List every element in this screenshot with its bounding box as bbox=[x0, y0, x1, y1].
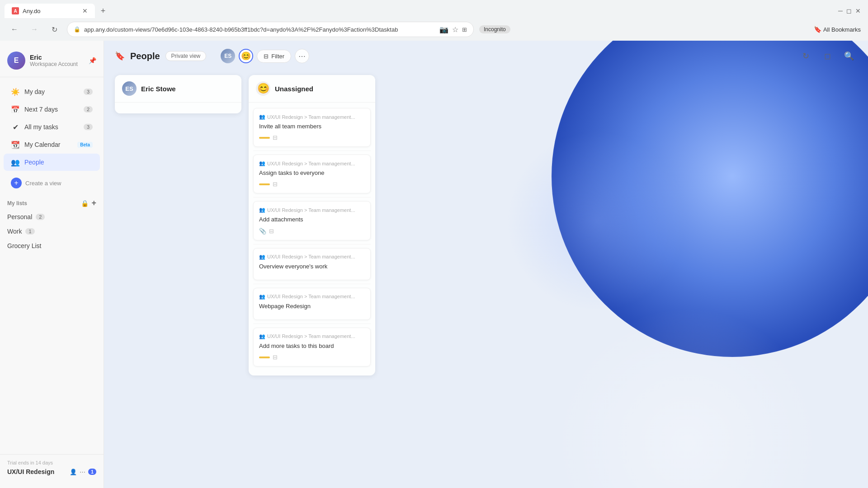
task-title: Add more tasks to this board bbox=[259, 342, 365, 350]
bookmarks-icon: 🔖 bbox=[814, 26, 821, 33]
app-layout: E Eric Workspace Account 📌 ☀️ My day 3 📅… bbox=[0, 41, 868, 488]
sidebar-item-all-tasks[interactable]: ✔ All my tasks 3 bbox=[4, 118, 100, 136]
attachment-icon[interactable]: 📎 bbox=[259, 228, 266, 235]
sidebar-label-all-tasks: All my tasks bbox=[24, 123, 79, 131]
header-actions: ES 😊 ⊟ Filter ⋯ bbox=[221, 49, 309, 63]
refresh-button[interactable]: ↻ bbox=[47, 22, 61, 37]
subtask-icon[interactable]: ⊟ bbox=[273, 134, 278, 141]
tab-bar: A Any.do ✕ + ─ ◻ ✕ bbox=[0, 0, 868, 18]
list-item-work[interactable]: Work 1 bbox=[0, 224, 104, 239]
task-card[interactable]: 👥 UX/UI Redesign > Team management... We… bbox=[253, 288, 371, 320]
add-list-button[interactable]: + bbox=[91, 198, 96, 208]
my-lists-label: My lists bbox=[7, 200, 27, 206]
task-meta-text: UX/UI Redesign > Team management... bbox=[267, 207, 355, 213]
private-view-badge[interactable]: Private view bbox=[165, 51, 207, 61]
task-card[interactable]: 👥 UX/UI Redesign > Team management... Ad… bbox=[253, 328, 371, 366]
filter-button[interactable]: ⊟ Filter bbox=[257, 50, 291, 63]
task-card[interactable]: 👥 UX/UI Redesign > Team management... As… bbox=[253, 155, 371, 193]
more-options-button[interactable]: ⋯ bbox=[295, 49, 309, 63]
forward-button[interactable]: → bbox=[27, 22, 42, 37]
team-icon[interactable]: 👤 bbox=[70, 469, 77, 475]
personal-badge: 2 bbox=[36, 214, 45, 220]
priority-bar bbox=[259, 137, 270, 139]
page-title: People bbox=[130, 51, 160, 61]
unassigned-column-body: 👥 UX/UI Redesign > Team management... In… bbox=[249, 103, 375, 375]
camera-icon[interactable]: 📷 bbox=[439, 25, 448, 34]
divider bbox=[253, 244, 371, 244]
tab-close-button[interactable]: ✕ bbox=[82, 7, 88, 14]
back-button[interactable]: ← bbox=[7, 22, 22, 37]
address-bar-row: ← → ↻ 🔒 app.any.do/custom-views/70e6d96c… bbox=[0, 18, 868, 41]
sidebar-badge-all-tasks: 3 bbox=[84, 124, 93, 130]
task-card[interactable]: 👥 UX/UI Redesign > Team management... Ov… bbox=[253, 248, 371, 280]
sidebar-item-my-day[interactable]: ☀️ My day 3 bbox=[4, 83, 100, 100]
settings-icon[interactable]: ⋯ bbox=[80, 469, 85, 475]
workspace-name: UX/UI Redesign bbox=[7, 468, 66, 475]
personal-label: Personal bbox=[7, 213, 32, 221]
column-unassigned: 😊 Unassigned 👥 UX/UI Redesign > Team man… bbox=[249, 75, 375, 375]
list-item-personal[interactable]: Personal 2 bbox=[0, 210, 104, 224]
all-tasks-icon: ✔ bbox=[11, 122, 20, 131]
subtask-icon[interactable]: ⊟ bbox=[269, 228, 274, 235]
sidebar-item-people[interactable]: 👥 People bbox=[4, 154, 100, 171]
sidebar-label-people: People bbox=[24, 159, 93, 166]
star-icon[interactable]: ☆ bbox=[452, 25, 458, 34]
divider bbox=[253, 324, 371, 324]
list-item-grocery[interactable]: Grocery List bbox=[0, 239, 104, 253]
layout-button[interactable]: ◻ bbox=[819, 48, 835, 64]
task-meta-text: UX/UI Redesign > Team management... bbox=[267, 294, 355, 299]
lock-small-icon: 🔒 bbox=[81, 200, 89, 207]
task-meta-icon: 👥 bbox=[259, 294, 265, 300]
task-title: Add attachments bbox=[259, 216, 365, 224]
refresh-view-button[interactable]: ↻ bbox=[797, 48, 814, 64]
member-count-badge: 1 bbox=[88, 469, 96, 475]
subtask-icon[interactable]: ⊟ bbox=[273, 354, 278, 361]
bookmark-page-icon: 🔖 bbox=[115, 51, 125, 61]
close-icon: ✕ bbox=[855, 7, 861, 14]
divider bbox=[253, 197, 371, 197]
task-footer: ⊟ bbox=[259, 181, 365, 188]
sidebar-label-calendar: My Calendar bbox=[24, 141, 73, 148]
sidebar-item-next-7-days[interactable]: 📅 Next 7 days 2 bbox=[4, 101, 100, 118]
unassigned-avatar: 😊 bbox=[256, 81, 270, 96]
task-footer: 📎 ⊟ bbox=[259, 228, 365, 235]
user-subtitle: Workspace Account bbox=[30, 61, 84, 67]
address-bar[interactable]: 🔒 app.any.do/custom-views/70e6d96c-103e-… bbox=[67, 22, 474, 37]
sidebar-nav: ☀️ My day 3 📅 Next 7 days 2 ✔ All my tas… bbox=[0, 81, 104, 173]
task-meta: 👥 UX/UI Redesign > Team management... bbox=[259, 333, 365, 339]
divider bbox=[253, 150, 371, 151]
divider bbox=[253, 284, 371, 284]
eric-avatar-header[interactable]: ES bbox=[221, 49, 235, 63]
trial-text: Trial ends in 14 days bbox=[7, 460, 96, 465]
calendar-icon: 📆 bbox=[11, 140, 20, 149]
create-view-plus-icon: + bbox=[11, 178, 22, 188]
bookmarks-label: All Bookmarks bbox=[823, 26, 861, 33]
task-card[interactable]: 👥 UX/UI Redesign > Team management... Ad… bbox=[253, 201, 371, 240]
unassigned-title: Unassigned bbox=[275, 85, 313, 93]
new-tab-button[interactable]: + bbox=[97, 5, 109, 17]
header-left: 🔖 People Private view bbox=[115, 51, 206, 61]
active-tab[interactable]: A Any.do ✕ bbox=[5, 4, 95, 18]
tab-title: Any.do bbox=[23, 8, 79, 14]
pin-icon[interactable]: 📌 bbox=[89, 57, 96, 64]
filter-label: Filter bbox=[271, 53, 284, 60]
address-text: app.any.do/custom-views/70e6d96c-103e-48… bbox=[84, 26, 436, 33]
user-name: Eric bbox=[30, 54, 84, 61]
incognito-badge: Incognito bbox=[479, 25, 510, 33]
grocery-label: Grocery List bbox=[7, 242, 41, 249]
create-view-item[interactable]: + Create a view bbox=[4, 174, 100, 192]
extension-icon[interactable]: ⊞ bbox=[462, 26, 467, 33]
search-button[interactable]: 🔍 bbox=[841, 48, 857, 64]
task-card[interactable]: 👥 UX/UI Redesign > Team management... In… bbox=[253, 108, 371, 147]
task-meta: 👥 UX/UI Redesign > Team management... bbox=[259, 207, 365, 213]
subtask-icon[interactable]: ⊟ bbox=[273, 181, 278, 188]
minimize-icon: ─ bbox=[838, 7, 843, 14]
task-meta-icon: 👥 bbox=[259, 160, 265, 166]
unassigned-avatar-header[interactable]: 😊 bbox=[239, 49, 253, 63]
sidebar-item-calendar[interactable]: 📆 My Calendar Beta bbox=[4, 136, 100, 153]
avatar: E bbox=[7, 52, 25, 70]
browser-chrome: A Any.do ✕ + ─ ◻ ✕ ← → ↻ 🔒 app.any.do/cu… bbox=[0, 0, 868, 41]
eric-stowe-title: Eric Stowe bbox=[141, 85, 176, 93]
restore-icon: ◻ bbox=[846, 7, 852, 14]
priority-bar bbox=[259, 183, 270, 185]
